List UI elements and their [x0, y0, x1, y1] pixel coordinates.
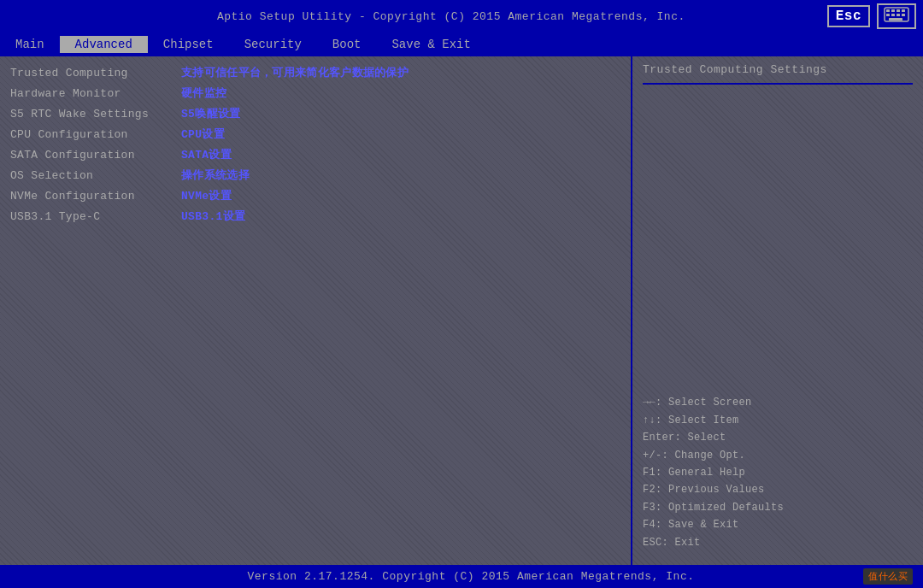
- nav-bar: MainAdvancedChipsetSecurityBootSave & Ex…: [0, 32, 923, 56]
- menu-value-5: 操作系统选择: [181, 168, 250, 183]
- svg-rect-7: [897, 14, 900, 16]
- svg-rect-6: [891, 14, 895, 16]
- menu-row-6[interactable]: NVMe ConfigurationNVMe设置: [10, 186, 620, 205]
- menu-label-0: Trusted Computing: [10, 67, 181, 79]
- help-line-3: +/-: Change Opt.: [643, 447, 913, 464]
- help-line-0: →←: Select Screen: [643, 394, 913, 411]
- help-line-5: F2: Previous Values: [643, 481, 913, 498]
- menu-value-2: S5唤醒设置: [181, 106, 240, 121]
- help-line-8: ESC: Exit: [643, 534, 913, 551]
- menu-label-5: OS Selection: [10, 169, 181, 182]
- menu-row-3[interactable]: CPU ConfigurationCPU设置: [10, 125, 620, 144]
- help-line-6: F3: Optimized Defaults: [643, 499, 913, 516]
- menu-label-7: USB3.1 Type-C: [10, 210, 181, 223]
- left-panel: Trusted Computing支持可信任平台，可用来简化客户数据的保护Har…: [0, 56, 631, 565]
- menu-label-2: S5 RTC Wake Settings: [10, 108, 181, 121]
- help-line-2: Enter: Select: [643, 429, 913, 446]
- watermark: 值什么买: [863, 568, 913, 585]
- menu-value-7: USB3.1设置: [181, 209, 245, 224]
- menu-label-4: SATA Configuration: [10, 149, 181, 162]
- menu-value-4: SATA设置: [181, 147, 232, 162]
- svg-rect-4: [902, 9, 905, 12]
- nav-item-chipset[interactable]: Chipset: [148, 36, 229, 53]
- right-panel: Trusted Computing Settings →←: Select Sc…: [632, 56, 923, 565]
- menu-value-6: NVMe设置: [181, 188, 232, 203]
- version-text: Version 2.17.1254. Copyright (C) 2015 Am…: [79, 570, 863, 583]
- bios-screen: Aptio Setup Utility - Copyright (C) 2015…: [0, 0, 923, 588]
- menu-label-1: Hardware Monitor: [10, 87, 181, 100]
- right-panel-title: Trusted Computing Settings: [643, 63, 913, 76]
- main-content: Trusted Computing支持可信任平台，可用来简化客户数据的保护Har…: [0, 56, 923, 565]
- svg-rect-2: [891, 9, 895, 12]
- menu-row-0[interactable]: Trusted Computing支持可信任平台，可用来简化客户数据的保护: [10, 63, 620, 82]
- nav-item-save-and-exit[interactable]: Save & Exit: [376, 36, 485, 53]
- menu-value-0: 支持可信任平台，可用来简化客户数据的保护: [181, 65, 409, 80]
- svg-rect-1: [886, 9, 890, 12]
- keyboard-icon: [877, 3, 916, 29]
- menu-row-1[interactable]: Hardware Monitor硬件监控: [10, 84, 620, 103]
- svg-rect-3: [897, 9, 900, 12]
- svg-rect-5: [886, 14, 890, 16]
- svg-rect-9: [889, 18, 902, 21]
- bottom-bar: Version 2.17.1254. Copyright (C) 2015 Am…: [0, 565, 923, 588]
- help-line-4: F1: General Help: [643, 464, 913, 481]
- menu-value-1: 硬件监控: [181, 85, 226, 101]
- nav-item-security[interactable]: Security: [229, 36, 317, 53]
- help-line-1: ↑↓: Select Item: [643, 412, 913, 429]
- menu-label-3: CPU Configuration: [10, 128, 181, 141]
- menu-row-5[interactable]: OS Selection操作系统选择: [10, 166, 620, 185]
- nav-item-boot[interactable]: Boot: [317, 36, 377, 53]
- menu-label-6: NVMe Configuration: [10, 190, 181, 203]
- nav-item-advanced[interactable]: Advanced: [60, 36, 148, 53]
- menu-row-2[interactable]: S5 RTC Wake SettingsS5唤醒设置: [10, 104, 620, 123]
- menu-row-4[interactable]: SATA ConfigurationSATA设置: [10, 145, 620, 164]
- menu-value-3: CPU设置: [181, 126, 225, 142]
- title-text: Aptio Setup Utility - Copyright (C) 2015…: [75, 10, 827, 23]
- nav-item-main[interactable]: Main: [0, 36, 60, 53]
- svg-rect-8: [902, 14, 905, 16]
- esc-key[interactable]: Esc: [827, 5, 870, 27]
- menu-row-7[interactable]: USB3.1 Type-CUSB3.1设置: [10, 207, 620, 226]
- title-bar: Aptio Setup Utility - Copyright (C) 2015…: [0, 0, 923, 32]
- help-line-7: F4: Save & Exit: [643, 516, 913, 533]
- right-help-section: →←: Select Screen↑↓: Select ItemEnter: S…: [643, 91, 913, 558]
- right-top: Trusted Computing Settings: [643, 63, 913, 85]
